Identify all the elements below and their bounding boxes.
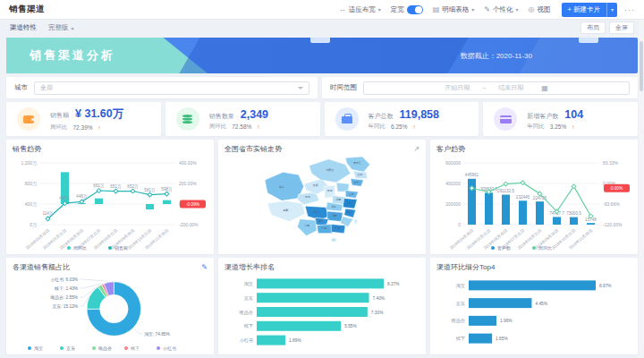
chevron-down-icon: ▾ — [516, 6, 519, 13]
channel-share-donut-chart[interactable]: 小红书: 6.03%线下: 1.43%唯品会: 2.55%京东: 15.12%淘… — [13, 272, 208, 352]
trend-up-icon: ↑ — [257, 124, 259, 130]
table-icon: ▤ — [433, 5, 440, 13]
personalize-button[interactable]: ✎ 个性化 ▾ — [484, 5, 518, 14]
banner-stripe — [177, 38, 471, 73]
svg-text:5.55%: 5.55% — [344, 324, 357, 328]
kpi-card-sales-count[interactable]: 销售数量 2,349 周环比 72.58% ↑ — [165, 102, 320, 136]
charts-row: 销售趋势 1,200万400.00%800万200.00%400万0.00%0万… — [6, 140, 638, 254]
svg-text:唯品会: 唯品会 — [239, 310, 253, 316]
svg-text:600000: 600000 — [445, 160, 461, 166]
svg-text:云南: 云南 — [304, 224, 309, 227]
svg-text:73000.5: 73000.5 — [566, 211, 581, 216]
banner-stripe-light — [517, 38, 638, 73]
channel-growth-bar-chart[interactable]: 淘宝8.37%京东7.40%唯品会7.30%线下5.55%小红书1.89% — [225, 272, 419, 352]
panel-title: 各渠道销售额占比 — [13, 262, 70, 272]
edit-icon: ✎ — [484, 5, 490, 13]
trend-up-icon: ↑ — [572, 124, 574, 130]
layout-button[interactable]: 布局 — [580, 21, 606, 34]
svg-text:652万: 652万 — [127, 184, 139, 189]
wallet-icon — [17, 107, 40, 131]
panel-title: 全国省市实销走势 — [225, 144, 282, 154]
svg-text:400.00%: 400.00% — [179, 160, 197, 166]
daterange-separator: ~ — [482, 85, 486, 91]
new-card-button[interactable]: + 新建卡片 ▾ — [562, 3, 617, 17]
scrollbar-thumb[interactable] — [640, 41, 643, 91]
customer-trend-chart[interactable]: 60000083.33%4000000.00%200000-63.66%0-12… — [436, 154, 631, 251]
svg-text:400万: 400万 — [25, 201, 38, 207]
svg-text:445661: 445661 — [465, 173, 479, 177]
end-date-input[interactable]: 结束日期 — [498, 83, 523, 92]
chevron-down-icon: ▾ — [378, 6, 381, 13]
svg-text:小红书: 小红书 — [239, 337, 253, 343]
svg-text:83.33%: 83.33% — [603, 160, 619, 166]
svg-text:8.37%: 8.37% — [387, 282, 400, 286]
tab-full-version[interactable]: 完整版 ▾ — [48, 23, 74, 32]
svg-text:0万: 0万 — [30, 222, 38, 227]
svg-text:淘宝: 淘宝 — [244, 281, 253, 287]
toggle-on-icon[interactable] — [407, 5, 423, 14]
panel-china-map: 全国省市实销走势 ↗ — [218, 140, 426, 254]
svg-text:0: 0 — [458, 222, 461, 227]
expand-icon[interactable]: ↗ — [413, 145, 419, 153]
trend-up-icon: ↑ — [412, 124, 415, 130]
panel-sales-trend: 销售趋势 1,200万400.00%800万200.00%400万0.00%0万… — [6, 140, 214, 254]
svg-text:京东: 京东 — [244, 295, 253, 301]
svg-text:200.00%: 200.00% — [179, 181, 197, 186]
svg-text:414万: 414万 — [59, 196, 71, 200]
kpi-card-sales-amount[interactable]: 销售额 ¥ 31.60万 周环比 72.39% ↑ — [6, 102, 161, 136]
fit-width-button[interactable]: ↔ 适应布宽 ▾ — [339, 5, 381, 14]
svg-text:线下: 线下 — [244, 323, 253, 328]
more-menu-button[interactable]: ··· — [624, 5, 635, 14]
city-select[interactable]: 全部 — [34, 81, 309, 95]
svg-text:贵州: 贵州 — [318, 219, 324, 223]
svg-text:小红书: 6.03%: 小红书: 6.03% — [50, 277, 78, 282]
banner-handle-chip — [310, 38, 330, 43]
city-filter-label: 城市 — [14, 83, 28, 92]
topbar: 销售渠道 ↔ 适应布宽 ▾ 定宽 ▤ 明细表格 ▾ ✎ 个性化 ▾ ◎ 视图 +… — [0, 0, 644, 20]
scrollbar[interactable] — [639, 20, 644, 358]
panel-channel-top4: 渠道环比细分Top4 淘宝8.97%京东4.45%唯品会1.96%线下1.65% — [430, 258, 638, 354]
svg-text:周环比: 周环比 — [73, 245, 87, 251]
kpi-row: 销售额 ¥ 31.60万 周环比 72.39% ↑ 销售数量 2,349 周环比… — [6, 102, 638, 136]
svg-text:7.40%: 7.40% — [373, 296, 386, 301]
panel-title: 客户趋势 — [436, 144, 465, 154]
china-map-chart[interactable]: 新疆西藏青海甘肃内蒙古黑龙江吉林辽宁山东江苏浙江四川云南贵州广西广东湖南湖北河南… — [225, 154, 419, 251]
svg-text:200000: 200000 — [445, 201, 461, 207]
edit-icon[interactable]: ✎ — [201, 263, 208, 271]
card-icon — [494, 107, 517, 131]
svg-text:青海: 青海 — [305, 195, 310, 199]
china-map-svg: 新疆西藏青海甘肃内蒙古黑龙江吉林辽宁山东江苏浙江四川云南贵州广西广东湖南湖北河南… — [225, 154, 419, 251]
svg-text:河南: 河南 — [335, 198, 341, 201]
calendar-icon: ▦ — [541, 84, 548, 92]
svg-text:江苏: 江苏 — [347, 201, 352, 205]
svg-text:陕西: 陕西 — [327, 189, 333, 192]
dashboard-title: 销售渠道分析 — [30, 47, 115, 64]
sales-trend-chart[interactable]: 1,200万400.00%800万200.00%400万0.00%0万-200.… — [13, 154, 208, 251]
tab-channel-feature[interactable]: 渠道特性 — [10, 23, 37, 32]
fixed-width-toggle[interactable]: 定宽 — [391, 5, 423, 14]
svg-text:唯品会: 唯品会 — [451, 318, 465, 324]
tabs-right-actions: 布局 全屏 — [580, 21, 634, 34]
kpi-card-customer-total[interactable]: 客户总数 119,858 年同比 6.25% ↑ — [325, 102, 479, 136]
briefcase-icon — [335, 107, 359, 131]
channel-top4-bar-chart[interactable]: 淘宝8.97%京东4.45%唯品会1.96%线下1.65% — [436, 272, 631, 352]
start-date-input[interactable]: 开始日期 — [445, 83, 470, 92]
chevron-down-icon[interactable]: ▾ — [606, 3, 617, 17]
svg-text:线下: 线下 — [131, 345, 140, 351]
kpi-card-new-customers[interactable]: 新增客户数 104 年同比 3.25% ↑ — [483, 102, 638, 136]
svg-text:西藏: 西藏 — [283, 209, 288, 212]
svg-text:客户数: 客户数 — [497, 245, 511, 251]
svg-text:-200.00%: -200.00% — [179, 222, 199, 227]
svg-text:661万: 661万 — [93, 183, 105, 188]
fullscreen-button[interactable]: 全屏 — [609, 21, 634, 34]
svg-text:114万: 114万 — [43, 211, 54, 216]
svg-text:598万: 598万 — [161, 187, 173, 192]
svg-text:内蒙古: 内蒙古 — [326, 168, 334, 172]
view-button[interactable]: ◎ 视图 — [529, 5, 551, 14]
chevron-down-icon: ▾ — [471, 6, 474, 13]
svg-text:小红书: 小红书 — [163, 345, 176, 351]
daterange-picker[interactable]: 开始日期 ~ 结束日期 ▦ — [363, 81, 630, 95]
detail-table-button[interactable]: ▤ 明细表格 ▾ — [433, 5, 475, 14]
svg-text:400000: 400000 — [445, 181, 461, 186]
filter-row: 城市 全部 时间范围 开始日期 ~ 结束日期 ▦ — [6, 77, 638, 98]
